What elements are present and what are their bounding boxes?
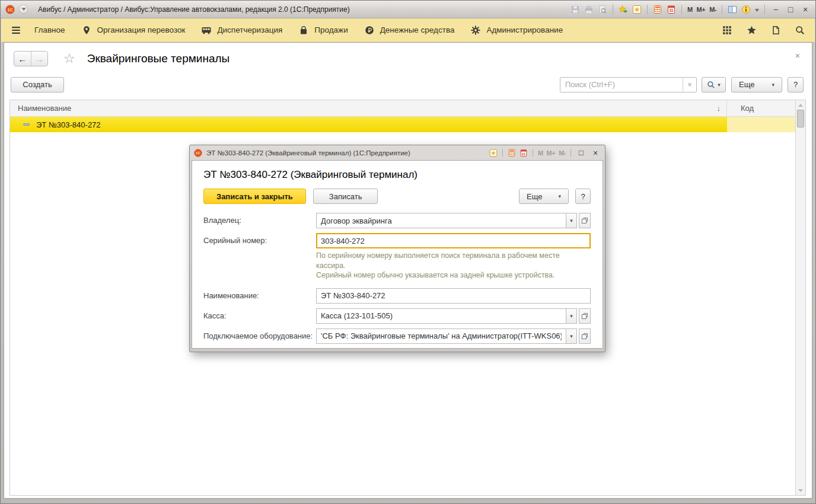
scroll-up-icon[interactable] <box>796 101 805 109</box>
search-options-button[interactable]: ▾ <box>702 77 726 92</box>
shopping-bag-icon <box>298 25 309 36</box>
search-clear-icon[interactable]: × <box>683 78 696 92</box>
create-button[interactable]: Создать <box>11 77 64 92</box>
save-icon[interactable] <box>570 5 580 14</box>
info-dropdown-icon[interactable] <box>755 5 759 14</box>
app-logo-icon: 1С <box>5 5 15 14</box>
equipment-label: Подключаемое оборудование: <box>203 328 316 344</box>
scrollbar-thumb[interactable] <box>797 110 804 127</box>
serial-input[interactable] <box>316 233 591 248</box>
svg-text:31: 31 <box>522 152 525 155</box>
svg-text:31: 31 <box>669 8 674 12</box>
print-preview-icon[interactable] <box>598 5 607 14</box>
print-icon[interactable] <box>584 5 594 14</box>
close-button[interactable]: × <box>800 5 811 14</box>
equipment-input[interactable] <box>316 328 566 344</box>
open-icon <box>581 217 588 224</box>
memory-m-plus-button: M+ <box>547 149 556 157</box>
minimize-button[interactable]: − <box>770 5 781 14</box>
name-input[interactable] <box>316 288 591 304</box>
table-header: Наименование ↓ Код <box>10 100 795 117</box>
pin-icon <box>81 25 92 36</box>
dialog-body: ЭТ №303-840-272 (Эквайринговый терминал)… <box>192 160 603 349</box>
info-icon[interactable] <box>741 5 751 14</box>
column-header-code[interactable]: Код <box>727 100 795 116</box>
favorite-toggle-icon[interactable]: ☆ <box>63 51 75 66</box>
search-icon <box>707 81 715 89</box>
search-box: × <box>560 77 697 92</box>
dialog-more-button[interactable]: Еще ▾ <box>519 189 569 204</box>
memory-m-minus-button[interactable]: M- <box>709 6 716 13</box>
calendar-icon[interactable]: 31 <box>519 148 528 158</box>
gear-icon <box>470 25 481 36</box>
split-window-icon[interactable] <box>728 5 737 14</box>
dialog-titlebar: 1С ЭТ №303-840-272 (Эквайринговый термин… <box>192 145 603 160</box>
app-window: 1С Авибус / Администратор / Авибус:Управ… <box>0 0 816 504</box>
dialog-close-button[interactable]: × <box>590 148 601 158</box>
scroll-down-icon[interactable] <box>796 487 805 494</box>
search-input[interactable] <box>560 78 683 92</box>
serial-label: Серийный номер: <box>203 233 316 248</box>
menu-item-administrirovanie[interactable]: Администрирование <box>470 25 563 36</box>
hamburger-menu-icon[interactable] <box>11 25 21 36</box>
kassa-input[interactable] <box>316 308 566 324</box>
owner-dropdown-button[interactable]: ▾ <box>566 213 577 228</box>
maximize-button[interactable]: □ <box>785 5 796 14</box>
form-close-icon[interactable]: × <box>795 51 800 60</box>
calendar-icon[interactable]: 31 <box>667 5 676 14</box>
calculator-icon[interactable] <box>508 148 516 158</box>
all-functions-grid-icon[interactable] <box>722 25 732 36</box>
owner-input[interactable] <box>316 213 566 228</box>
menu-item-organizaciya-perevozok[interactable]: Организация перевозок <box>81 25 186 36</box>
column-header-name[interactable]: Наименование ↓ <box>10 100 727 116</box>
help-button[interactable]: ? <box>788 77 804 92</box>
calculator-icon[interactable] <box>653 5 662 14</box>
kassa-field-row: Касса: ▾ <box>203 308 591 324</box>
history-icon[interactable] <box>770 25 781 36</box>
dialog-window-title: ЭТ №303-840-272 (Эквайринговый терминал)… <box>206 149 410 157</box>
add-favorite-icon[interactable] <box>619 5 628 14</box>
owner-open-button[interactable] <box>579 213 591 228</box>
menu-item-glavnoe[interactable]: Главное <box>34 25 65 34</box>
vertical-scrollbar[interactable] <box>795 100 805 495</box>
equipment-open-button[interactable] <box>579 328 591 344</box>
window-title: Авибус / Администратор / Авибус:Управлен… <box>38 5 350 14</box>
kassa-open-button[interactable] <box>579 308 591 324</box>
kassa-dropdown-button[interactable]: ▾ <box>566 308 577 324</box>
serial-field-row: Серийный номер: <box>203 233 591 248</box>
form-header: ← → ☆ Эквайринговые терминалы × <box>14 50 804 68</box>
save-and-close-button[interactable]: Записать и закрыть <box>203 189 306 204</box>
chevron-down-icon: ▾ <box>718 82 721 88</box>
dialog-help-button[interactable]: ? <box>575 189 591 204</box>
app-logo-icon: 1С <box>194 149 202 157</box>
table-row[interactable]: ЭТ №303-840-272 <box>10 117 795 132</box>
forward-button[interactable]: → <box>31 52 48 66</box>
owner-field-row: Владелец: ▾ <box>203 213 591 228</box>
row-code-cell[interactable] <box>727 117 795 132</box>
menu-item-denezhnye-sredstva[interactable]: Денежные средства <box>364 25 455 36</box>
row-name-cell[interactable]: ЭТ №303-840-272 <box>10 117 727 132</box>
favorites-star-icon[interactable] <box>746 25 757 36</box>
menu-item-prodazhi[interactable]: Продажи <box>298 25 348 36</box>
equipment-dropdown-button[interactable]: ▾ <box>566 328 577 344</box>
save-button[interactable]: Записать <box>313 189 378 204</box>
name-label: Наименование: <box>203 288 316 304</box>
system-menu-button[interactable] <box>19 5 28 14</box>
bus-icon <box>201 25 212 36</box>
svg-text:1С: 1С <box>8 7 13 11</box>
window-titlebar: 1С Авибус / Администратор / Авибус:Управ… <box>1 1 815 18</box>
equipment-field-row: Подключаемое оборудование: ▾ <box>203 328 591 344</box>
terminal-dialog: 1С ЭТ №303-840-272 (Эквайринговый термин… <box>189 145 605 352</box>
ruble-icon <box>364 25 375 36</box>
favorites-icon[interactable] <box>632 5 642 14</box>
dialog-maximize-button[interactable]: □ <box>576 148 586 157</box>
memory-m-plus-button[interactable]: M+ <box>697 6 706 13</box>
memory-m-button[interactable]: M <box>687 6 693 13</box>
favorites-icon[interactable] <box>489 148 498 158</box>
menu-item-dispetcherizaciya[interactable]: Диспетчеризация <box>201 25 282 36</box>
more-button[interactable]: Еще ▾ <box>731 77 782 92</box>
back-button[interactable]: ← <box>14 52 31 66</box>
global-search-icon[interactable] <box>795 25 805 36</box>
chevron-down-icon: ▾ <box>558 193 561 199</box>
open-icon <box>581 333 588 340</box>
